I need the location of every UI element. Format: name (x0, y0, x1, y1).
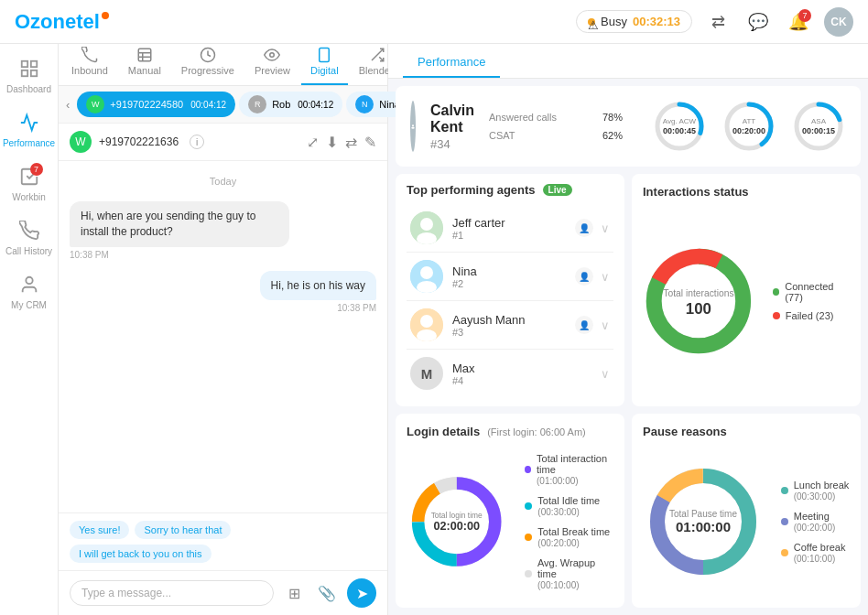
svg-text:Avg. ACW: Avg. ACW (663, 117, 697, 125)
svg-text:00:00:45: 00:00:45 (663, 126, 696, 135)
chat-item-1[interactable]: R Rob 00:04:12 (239, 92, 342, 117)
svg-rect-5 (138, 49, 151, 61)
conv-channel-icon: W (70, 131, 92, 153)
date-divider: Today (70, 176, 376, 187)
tab-performance[interactable]: Performance (403, 48, 500, 78)
agent-row-nina[interactable]: Nina #2 👤 ∨ (407, 253, 613, 301)
agent-row-rank-max: #4 (452, 375, 593, 386)
avatar[interactable]: CK (824, 7, 853, 37)
chevron-down-icon-max[interactable]: ∨ (601, 367, 610, 381)
edit-icon[interactable]: ✎ (364, 134, 376, 151)
template-icon[interactable]: ⊞ (281, 580, 307, 606)
svg-rect-2 (21, 70, 27, 76)
download-icon[interactable]: ⬇ (326, 134, 338, 151)
agent-row-aayush[interactable]: Aayush Mann #3 👤 ∨ (407, 301, 613, 350)
sidebar-item-performance[interactable]: Performance (0, 105, 58, 156)
break-time-label: Total Break time (00:20:00) (537, 526, 610, 548)
chat-item-avatar-2: N (355, 95, 374, 113)
busy-timer: 00:32:13 (633, 15, 680, 28)
message-1: Hi, he is on his way 10:38 PM (70, 271, 376, 314)
tab-digital[interactable]: Digital (301, 39, 348, 85)
chevron-down-icon-jeff[interactable]: ∨ (601, 221, 610, 235)
message-bubble-0: Hi, when are you sending the guy to inst… (70, 201, 289, 247)
pause-donut-chart: Total Pause time 01:00:00 (644, 462, 763, 581)
chat-area: Inbound Manual Progressive Preview Digit… (59, 44, 388, 615)
svg-text:Total interactions: Total interactions (663, 288, 733, 298)
tab-manual[interactable]: Manual (119, 39, 170, 85)
transfer-conv-icon[interactable]: ⇄ (345, 134, 357, 151)
legend-interaction-time: Total interaction time (01:00:00) (525, 453, 613, 486)
pause-legend: Lunch break (00:30:00) Meeting (00:20:00… (781, 480, 850, 564)
interactions-status-panel: Interactions status Total interactions 1… (632, 174, 861, 406)
chevron-down-icon-aayush[interactable]: ∨ (601, 318, 610, 332)
stat-att: ATT 00:20:00 (722, 99, 776, 154)
legend-connected: Connected (77) (773, 281, 850, 303)
sidebar-item-workbin[interactable]: 7 Workbin (0, 159, 58, 210)
chevron-down-icon-nina[interactable]: ∨ (601, 270, 610, 284)
interactions-donut-wrap: Total interactions 100 Connected (77) Fa… (643, 206, 850, 395)
top-agents-title: Top performing agents Live (407, 183, 613, 197)
quick-reply-1[interactable]: Sorry to hear that (135, 521, 231, 539)
busy-status-badge[interactable]: ⚠ Busy 00:32:13 (576, 10, 692, 33)
svg-text:100: 100 (686, 300, 711, 318)
svg-text:ASA: ASA (811, 117, 827, 125)
agent-row-jeff[interactable]: Jeff carter #1 👤 ∨ (407, 204, 613, 253)
sidebar-item-my-crm[interactable]: My CRM (0, 267, 58, 318)
agent-status-icon-jeff: 👤 (575, 219, 593, 237)
message-time-1: 10:38 PM (260, 303, 376, 313)
sidebar-item-call-history[interactable]: Call History (0, 213, 58, 264)
legend-wrapup-time: Avg. Wrapup time (00:10:00) (525, 557, 613, 590)
failed-dot (773, 312, 780, 319)
answered-calls-pct: 78% (595, 112, 623, 123)
login-details-title: Login details (First login: 06:00 Am) (407, 425, 613, 438)
chat-item-avatar-0: W (86, 95, 104, 113)
quick-reply-0[interactable]: Yes sure! (70, 521, 129, 539)
pause-reasons-title: Pause reasons (643, 425, 850, 438)
connected-dot (773, 288, 779, 296)
login-donut-wrap: Total login time 02:00:00 Total interact… (407, 446, 613, 597)
login-legend: Total interaction time (01:00:00) Total … (525, 453, 613, 590)
interaction-time-label: Total interaction time (01:00:00) (537, 453, 613, 486)
chat-item-avatar-1: R (248, 95, 266, 113)
conv-info-icon[interactable]: i (190, 135, 204, 149)
tab-digital-label: Digital (310, 65, 339, 76)
send-button[interactable]: ➤ (347, 578, 376, 608)
interactions-legend: Connected (77) Failed (23) (773, 281, 850, 321)
chat-icon[interactable]: 💬 (743, 7, 773, 37)
agent-row-avatar-max: M (410, 357, 443, 390)
interactions-donut-chart: Total interactions 100 (643, 242, 754, 361)
login-donut-chart: Total login time 02:00:00 (407, 462, 506, 581)
legend-coffe-break: Coffe break (00:10:00) (781, 542, 850, 564)
quick-reply-2[interactable]: I will get back to you on this (70, 545, 212, 563)
svg-rect-1 (30, 61, 36, 67)
pause-donut-wrap: Total Pause time 01:00:00 Lunch break (0… (643, 446, 850, 597)
message-input[interactable] (70, 580, 274, 606)
agent-row-rank-aayush: #3 (452, 327, 575, 338)
attachment-icon[interactable]: 📎 (314, 580, 340, 606)
message-bubble-1: Hi, he is on his way (260, 271, 376, 301)
top-agents-panel: Top performing agents Live Jeff carter #… (396, 174, 624, 406)
login-details-panel: Login details (First login: 06:00 Am) (396, 414, 624, 608)
sidebar-item-dashboard[interactable]: Dashboard (0, 51, 58, 102)
transfer-icon[interactable]: ⇄ (703, 7, 732, 37)
tab-progressive[interactable]: Progressive (172, 39, 244, 85)
dashboard-icon (19, 59, 39, 81)
chats-prev-btn[interactable]: ‹ (66, 98, 70, 112)
workbin-badge: 7 (30, 163, 43, 176)
stat-asa: ASA 00:00:15 (791, 99, 846, 154)
svg-text:01:00:00: 01:00:00 (676, 519, 731, 534)
agent-name: Calvin Kent (430, 102, 474, 135)
svg-point-17 (411, 127, 414, 129)
busy-indicator: ⚠ (588, 18, 595, 26)
tab-inbound[interactable]: Inbound (62, 39, 117, 85)
agent-row-avatar-aayush (410, 308, 443, 341)
tab-preview[interactable]: Preview (245, 39, 299, 85)
agent-row-name-aayush: Aayush Mann (452, 313, 575, 327)
legend-lunch-break: Lunch break (00:30:00) (781, 480, 850, 502)
chat-item-0[interactable]: W +919702224580 00:04:12 (77, 92, 235, 117)
conv-number: +919702221636 (99, 135, 179, 148)
notification-icon[interactable]: 🔔 7 (784, 7, 813, 37)
chat-item-number-0: +919702224580 (110, 99, 183, 110)
expand-icon[interactable]: ⤢ (307, 134, 319, 151)
agent-row-max[interactable]: M Max #4 ∨ (407, 350, 613, 397)
